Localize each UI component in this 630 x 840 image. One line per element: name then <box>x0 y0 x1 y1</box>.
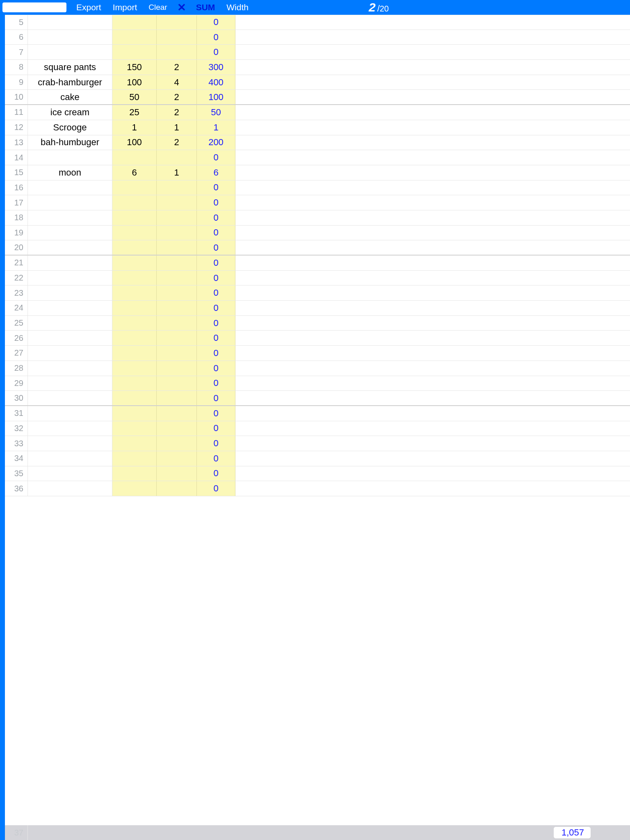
cell-value-a[interactable] <box>112 150 157 165</box>
cell-value-b[interactable] <box>157 195 197 210</box>
cell-value-b[interactable] <box>157 391 197 405</box>
cell-value-a[interactable]: 1 <box>112 120 157 135</box>
cell-name[interactable] <box>28 331 112 345</box>
cell-value-a[interactable]: 100 <box>112 75 157 90</box>
cell-name[interactable] <box>28 285 112 300</box>
multiply-icon[interactable]: ✕ <box>173 0 190 15</box>
cell-value-a[interactable] <box>112 361 157 376</box>
cell-value-a[interactable] <box>112 466 157 481</box>
cell-value-b[interactable] <box>157 150 197 165</box>
cell-name[interactable] <box>28 316 112 331</box>
cell-total[interactable]: 0 <box>197 421 235 436</box>
cell-value-b[interactable] <box>157 210 197 225</box>
cell-total[interactable]: 0 <box>197 376 235 391</box>
import-button[interactable]: Import <box>107 0 143 15</box>
cell-name[interactable]: moon <box>28 165 112 180</box>
cell-value-a[interactable] <box>112 481 157 496</box>
cell-total[interactable]: 0 <box>197 180 235 195</box>
cell-value-b[interactable] <box>157 226 197 240</box>
cell-name[interactable] <box>28 301 112 315</box>
cell-total[interactable]: 200 <box>197 135 235 150</box>
cell-name[interactable] <box>28 406 112 421</box>
cell-name[interactable] <box>28 271 112 285</box>
cell-name[interactable] <box>28 451 112 466</box>
cell-name[interactable] <box>28 376 112 391</box>
cell-name[interactable]: ice cream <box>28 105 112 120</box>
cell-total[interactable]: 0 <box>197 481 235 496</box>
cell-value-a[interactable] <box>112 346 157 361</box>
cell-name[interactable] <box>28 15 112 30</box>
cell-total[interactable]: 0 <box>197 391 235 405</box>
formula-input[interactable] <box>2 2 66 12</box>
cell-total[interactable]: 0 <box>197 331 235 345</box>
cell-value-a[interactable] <box>112 285 157 300</box>
cell-value-b[interactable] <box>157 376 197 391</box>
cell-value-b[interactable] <box>157 331 197 345</box>
cell-value-a[interactable] <box>112 331 157 345</box>
cell-value-a[interactable] <box>112 15 157 30</box>
cell-value-b[interactable]: 1 <box>157 120 197 135</box>
cell-value-a[interactable] <box>112 210 157 225</box>
cell-name[interactable] <box>28 45 112 59</box>
cell-total[interactable]: 0 <box>197 30 235 45</box>
cell-value-b[interactable] <box>157 271 197 285</box>
cell-total[interactable]: 0 <box>197 301 235 315</box>
cell-value-b[interactable]: 2 <box>157 90 197 104</box>
cell-value-b[interactable]: 2 <box>157 135 197 150</box>
cell-total[interactable]: 300 <box>197 60 235 75</box>
cell-value-a[interactable] <box>112 240 157 255</box>
cell-value-a[interactable]: 6 <box>112 165 157 180</box>
cell-name[interactable] <box>28 226 112 240</box>
cell-total[interactable]: 0 <box>197 406 235 421</box>
cell-value-a[interactable] <box>112 271 157 285</box>
cell-name[interactable] <box>28 256 112 270</box>
cell-value-b[interactable] <box>157 256 197 270</box>
cell-value-b[interactable] <box>157 361 197 376</box>
cell-total[interactable]: 0 <box>197 316 235 331</box>
cell-total[interactable]: 0 <box>197 195 235 210</box>
cell-total[interactable]: 0 <box>197 150 235 165</box>
cell-name[interactable] <box>28 30 112 45</box>
cell-name[interactable] <box>28 391 112 405</box>
cell-value-b[interactable] <box>157 346 197 361</box>
cell-total[interactable]: 0 <box>197 466 235 481</box>
cell-value-b[interactable] <box>157 406 197 421</box>
cell-value-b[interactable] <box>157 421 197 436</box>
cell-value-b[interactable] <box>157 240 197 255</box>
cell-value-b[interactable]: 4 <box>157 75 197 90</box>
cell-name[interactable] <box>28 195 112 210</box>
cell-value-b[interactable] <box>157 316 197 331</box>
cell-value-b[interactable] <box>157 30 197 45</box>
cell-value-b[interactable] <box>157 45 197 59</box>
cell-value-b[interactable] <box>157 481 197 496</box>
cell-value-a[interactable]: 25 <box>112 105 157 120</box>
cell-name[interactable] <box>28 346 112 361</box>
cell-total[interactable]: 0 <box>197 45 235 59</box>
cell-name[interactable] <box>28 421 112 436</box>
cell-value-b[interactable]: 2 <box>157 60 197 75</box>
cell-total[interactable]: 0 <box>197 240 235 255</box>
cell-value-b[interactable]: 2 <box>157 105 197 120</box>
cell-total[interactable]: 0 <box>197 226 235 240</box>
cell-name[interactable] <box>28 240 112 255</box>
cell-value-a[interactable] <box>112 256 157 270</box>
cell-total[interactable]: 100 <box>197 90 235 104</box>
cell-value-b[interactable] <box>157 436 197 451</box>
cell-value-b[interactable] <box>157 285 197 300</box>
cell-value-a[interactable] <box>112 301 157 315</box>
cell-value-a[interactable]: 100 <box>112 135 157 150</box>
cell-value-a[interactable] <box>112 436 157 451</box>
cell-total[interactable]: 0 <box>197 271 235 285</box>
cell-total[interactable]: 400 <box>197 75 235 90</box>
cell-name[interactable] <box>28 481 112 496</box>
cell-total[interactable]: 6 <box>197 165 235 180</box>
cell-value-a[interactable]: 150 <box>112 60 157 75</box>
cell-value-a[interactable] <box>112 451 157 466</box>
export-button[interactable]: Export <box>71 0 107 15</box>
cell-value-a[interactable] <box>112 226 157 240</box>
cell-total[interactable]: 0 <box>197 346 235 361</box>
cell-value-a[interactable] <box>112 391 157 405</box>
cell-value-b[interactable] <box>157 451 197 466</box>
sum-button[interactable]: SUM <box>190 0 221 15</box>
cell-name[interactable] <box>28 466 112 481</box>
